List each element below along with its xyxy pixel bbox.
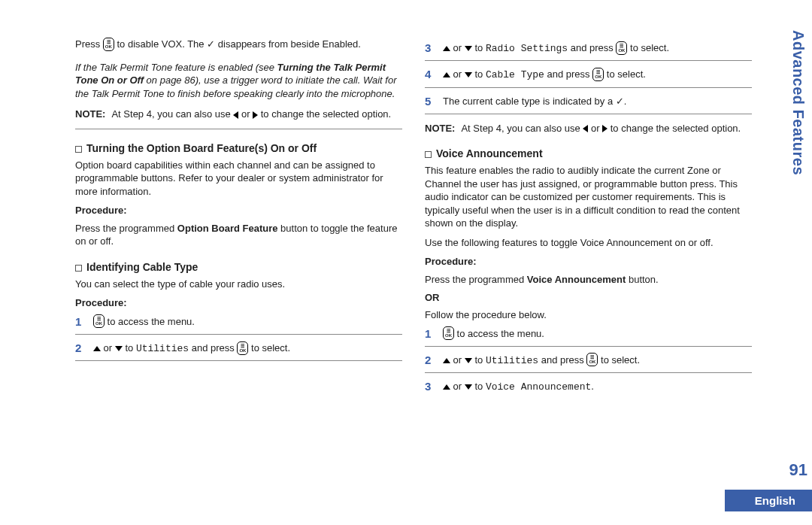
step-body: The current cable type is indicated by a… — [443, 94, 752, 108]
note-body: At Step 4, you can also use or to change… — [111, 108, 402, 121]
separator — [425, 346, 752, 347]
down-arrow-icon — [465, 358, 472, 363]
separator — [425, 60, 752, 61]
step-number: 1 — [425, 326, 435, 341]
separator — [425, 114, 752, 114]
note-block: NOTE: At Step 4, you can also use or to … — [425, 122, 752, 135]
ok-key-icon — [103, 38, 114, 51]
up-arrow-icon — [443, 384, 450, 390]
step-row: 3 or to Voice Announcement. — [425, 379, 752, 394]
heading-cable-type: Identifying Cable Type — [75, 260, 402, 275]
or-label: OR — [425, 291, 752, 305]
up-arrow-icon — [443, 358, 450, 363]
heading-voice-announcement: Voice Announcement — [425, 147, 752, 161]
step-number: 3 — [425, 41, 435, 56]
step-body: or to Voice Announcement. — [443, 379, 752, 394]
ok-key-icon — [592, 68, 604, 81]
separator — [75, 334, 402, 335]
separator — [75, 129, 402, 129]
step-number: 2 — [425, 353, 435, 368]
voice-desc-1: This feature enables the radio to audibl… — [425, 164, 752, 230]
note-label: NOTE: — [75, 108, 105, 121]
section-marker-icon — [75, 146, 82, 153]
option-board-procedure: Press the programmed Option Board Featur… — [75, 222, 402, 248]
step-number: 5 — [425, 94, 435, 109]
check-icon: ✓ — [616, 96, 624, 107]
step-number: 4 — [425, 67, 435, 82]
down-arrow-icon — [465, 384, 472, 390]
ok-key-icon — [443, 326, 454, 340]
option-board-desc: Option board capabilities within each ch… — [75, 159, 402, 199]
ok-key-icon — [93, 314, 105, 328]
step-body: to access the menu. — [443, 326, 752, 341]
language-tab: English — [722, 490, 812, 511]
ok-key-icon — [586, 353, 598, 366]
left-column: Press to disable VOX. The ✓ disappears f… — [75, 38, 402, 474]
note-label: NOTE: — [425, 122, 455, 135]
step-number: 1 — [75, 314, 86, 329]
step-row: 1 to access the menu. — [425, 326, 752, 341]
cable-type-desc: You can select the type of cable your ra… — [75, 278, 402, 291]
side-tab: Advanced Features — [785, 23, 812, 183]
procedure-label: Procedure: — [75, 296, 402, 310]
step-body: or to Radio Settings and press to select… — [443, 41, 752, 56]
ok-key-icon — [237, 341, 248, 355]
page-number: 91 — [789, 460, 807, 480]
note-body: At Step 4, you can also use or to change… — [461, 122, 752, 135]
step-row: 5 The current cable type is indicated by… — [425, 94, 752, 109]
heading-option-board: Turning the Option Board Feature(s) On o… — [75, 141, 402, 156]
down-arrow-icon — [115, 346, 123, 351]
step-row: 1 to access the menu. — [75, 314, 402, 329]
step-body: or to Cable Type and press to select. — [443, 67, 752, 82]
step-body: or to Utilities and press to select. — [443, 353, 752, 368]
procedure-label: Procedure: — [75, 204, 402, 217]
voice-procedure-press: Press the programmed Voice Announcement … — [425, 273, 752, 287]
voice-desc-2: Use the following features to toggle Voi… — [425, 236, 752, 250]
step-body: or to Utilities and press to select. — [93, 341, 402, 356]
down-arrow-icon — [465, 46, 472, 51]
note-block: NOTE: At Step 4, you can also use or to … — [75, 108, 402, 121]
step-row: 2 or to Utilities and press to select. — [75, 341, 402, 356]
check-icon: ✓ — [207, 38, 215, 50]
right-column: 3 or to Radio Settings and press to sele… — [425, 38, 752, 474]
step-body: to access the menu. — [93, 314, 402, 329]
down-arrow-icon — [465, 72, 472, 77]
section-marker-icon — [425, 151, 432, 158]
step-number: 3 — [425, 379, 435, 394]
section-marker-icon — [75, 265, 82, 272]
voice-procedure-follow: Follow the procedure below. — [425, 308, 752, 322]
separator — [425, 372, 752, 373]
ok-key-icon — [616, 41, 627, 55]
vox-disable-text: Press to disable VOX. The ✓ disappears f… — [75, 38, 402, 52]
chapter-title: Advanced Features — [785, 23, 811, 183]
up-arrow-icon — [443, 46, 450, 51]
up-arrow-icon — [443, 72, 450, 77]
procedure-label: Procedure: — [425, 255, 752, 269]
up-arrow-icon — [93, 346, 101, 351]
step-number: 2 — [75, 341, 86, 356]
step-row: 3 or to Radio Settings and press to sele… — [425, 41, 752, 56]
separator — [75, 360, 402, 361]
separator — [425, 87, 752, 88]
page-body: Press to disable VOX. The ✓ disappears f… — [0, 0, 812, 489]
step-row: 2 or to Utilities and press to select. — [425, 353, 752, 368]
step-row: 4 or to Cable Type and press to select. — [425, 67, 752, 82]
talk-permit-note: If the Talk Permit Tone feature is enabl… — [75, 61, 402, 101]
